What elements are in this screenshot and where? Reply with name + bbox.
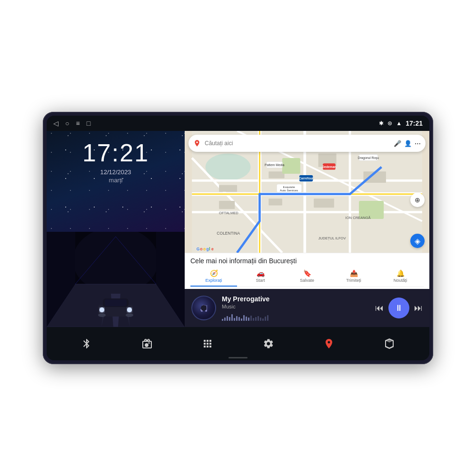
road-tunnel — [47, 232, 185, 327]
svg-rect-40 — [282, 158, 300, 174]
drive-icon: 🚗 — [257, 269, 265, 277]
svg-rect-33 — [219, 185, 237, 192]
svg-point-17 — [99, 307, 104, 312]
settings-icon — [263, 338, 274, 349]
svg-text:l: l — [209, 247, 210, 251]
svg-text:Carrefour: Carrefour — [299, 177, 314, 180]
waveform-bar — [234, 318, 235, 321]
map-tab-explorați[interactable]: 🧭 Explorați — [190, 268, 237, 287]
road-svg — [47, 232, 185, 327]
svg-rect-65 — [148, 343, 150, 344]
play-icon: ⏸ — [395, 303, 403, 313]
waveform-bar — [265, 317, 266, 321]
signal-status-icon: ▲ — [396, 120, 402, 127]
music-waveform — [222, 311, 369, 321]
dock-3d[interactable] — [379, 333, 400, 354]
music-controls[interactable]: ⏮ ⏸ ⏭ — [375, 298, 423, 318]
svg-rect-35 — [314, 198, 334, 208]
user-icon[interactable]: 👤 — [404, 140, 412, 147]
waveform-bar — [253, 318, 254, 321]
map-tab-noutăți[interactable]: 🔔 Noutăți — [377, 268, 424, 287]
location-icon: ◈ — [415, 237, 420, 246]
google-maps-icon — [193, 139, 201, 147]
car-scene — [47, 232, 185, 327]
waveform-bar — [255, 317, 257, 321]
song-title: My Prerogative — [222, 295, 369, 303]
svg-rect-36 — [268, 198, 282, 205]
svg-text:o: o — [200, 247, 202, 251]
map-layers-button[interactable]: ⊕ — [410, 193, 425, 207]
album-art — [191, 296, 216, 320]
status-icons: ✱ ⊛ ▲ 17:21 — [379, 119, 423, 127]
map-locate-button[interactable]: ◈ — [410, 234, 425, 248]
layers-icon: ⊕ — [415, 196, 420, 204]
play-pause-button[interactable]: ⏸ — [388, 298, 409, 318]
waveform-bar — [260, 317, 261, 321]
waveform-bar — [243, 315, 245, 321]
svg-text:Dedeman: Dedeman — [322, 165, 337, 169]
right-panel: Carrefour Dedeman Pattern Media Dragonul… — [185, 131, 429, 327]
svg-point-63 — [146, 345, 147, 346]
waveform-bar — [258, 316, 259, 321]
svg-text:COLENTINA: COLENTINA — [217, 231, 240, 236]
waveform-bar — [227, 316, 228, 321]
music-note-icon — [198, 302, 209, 314]
tab-label-start: Start — [256, 278, 265, 283]
svg-point-20 — [126, 313, 133, 317]
time-date-block: 17:21 12/12/2023 marți — [47, 131, 185, 188]
share-icon: 📤 — [350, 269, 358, 277]
dock-maps[interactable] — [318, 333, 339, 354]
svg-rect-37 — [219, 201, 235, 209]
svg-text:Pattern Media: Pattern Media — [265, 163, 285, 167]
map-nav-tabs[interactable]: 🧭 Explorați 🚗 Start 🔖 Salvate 📤 — [190, 268, 424, 287]
tab-label-explorați: Explorați — [205, 278, 222, 283]
status-bar: ◁ ○ ≡ □ ✱ ⊛ ▲ 17:21 — [47, 116, 429, 131]
mic-icon[interactable]: 🎤 — [394, 140, 401, 147]
music-info: My Prerogative Music — [222, 295, 369, 321]
map-tab-salvate[interactable]: 🔖 Salvate — [284, 268, 330, 287]
prev-button[interactable]: ⏮ — [375, 303, 384, 313]
dock-radio[interactable] — [137, 333, 158, 354]
waveform-bar — [246, 317, 247, 321]
svg-point-19 — [98, 313, 106, 317]
svg-rect-64 — [148, 342, 150, 343]
svg-rect-34 — [268, 171, 284, 178]
waveform-bar — [222, 319, 223, 321]
svg-text:OFTALMED: OFTALMED — [219, 211, 238, 215]
waveform-bar — [241, 318, 242, 321]
device-frame: ◁ ○ ≡ □ ✱ ⊛ ▲ 17:21 17:21 12/12/2023 mar… — [43, 112, 433, 364]
nav-buttons[interactable]: ◁ ○ ≡ □ — [53, 119, 90, 127]
search-placeholder: Căutați aici — [205, 140, 390, 147]
waveform-bar — [262, 318, 264, 321]
tab-label-trimiteți: Trimiteți — [346, 278, 361, 283]
back-icon[interactable]: ◁ — [53, 119, 59, 127]
screenshot-icon[interactable]: □ — [87, 119, 90, 127]
map-info-title: Cele mai noi informații din București — [190, 257, 424, 265]
map-tab-trimiteți[interactable]: 📤 Trimiteți — [330, 268, 377, 287]
dock-bluetooth[interactable] — [76, 333, 97, 354]
waveform-bar — [236, 316, 238, 321]
more-icon[interactable]: ⋯ — [415, 140, 421, 147]
date-display: 12/12/2023 — [47, 169, 185, 176]
map-info-bar: Cele mai noi informații din București 🧭 … — [185, 253, 429, 289]
maps-pin-icon — [323, 338, 335, 349]
tab-label-noutăți: Noutăți — [394, 278, 407, 283]
svg-text:o: o — [203, 247, 206, 251]
map-area[interactable]: Carrefour Dedeman Pattern Media Dragonul… — [185, 131, 429, 253]
svg-text:Auto Services: Auto Services — [280, 188, 298, 192]
menu-icon[interactable]: ≡ — [76, 119, 79, 127]
dock-settings[interactable] — [258, 333, 279, 354]
next-button[interactable]: ⏭ — [414, 303, 423, 313]
map-tab-start[interactable]: 🚗 Start — [237, 268, 284, 287]
day-display: marți — [47, 177, 185, 184]
home-icon[interactable]: ○ — [65, 119, 69, 127]
bottom-dock — [47, 327, 429, 360]
map-search-bar[interactable]: Căutați aici 🎤 👤 ⋯ — [188, 135, 426, 152]
waveform-bar — [267, 315, 268, 321]
waveform-bar — [224, 317, 226, 321]
dock-apps[interactable] — [197, 333, 218, 354]
status-time: 17:21 — [406, 119, 423, 127]
svg-text:g: g — [207, 247, 209, 251]
svg-text:e: e — [211, 247, 214, 251]
svg-text:Dragonul Roşu: Dragonul Roşu — [358, 156, 379, 160]
